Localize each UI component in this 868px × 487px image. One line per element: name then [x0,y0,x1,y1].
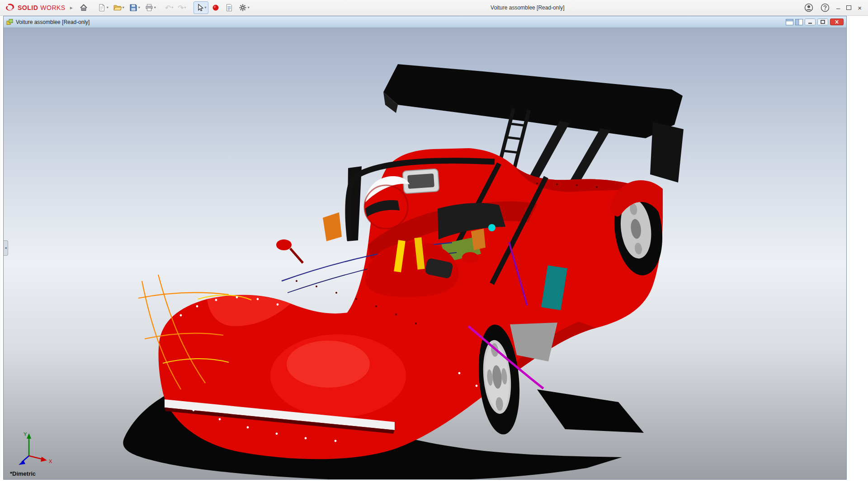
rebuild-button[interactable] [209,1,222,14]
redo-button[interactable]: ↷▾ [176,1,188,14]
left-mirror [276,239,303,263]
gear-icon [238,3,247,12]
home-icon [79,3,88,12]
minimize-icon[interactable]: – [836,5,840,11]
solidworks-logo: SOLIDWORKS [5,3,66,12]
file-properties-button[interactable] [223,1,236,14]
dropdown-caret-icon: ▾ [184,6,186,9]
undo-button[interactable]: ↶▾ [163,1,175,14]
orientation-label: *Dimetric [10,470,36,477]
quick-access-toolbar: ▾ ▾ ▾ ▾ ↶▾ ↷▾ [77,1,251,14]
dropdown-caret-icon[interactable]: ▾ [248,6,250,9]
car-render [4,28,846,479]
menu-expand-arrow-icon[interactable]: ▸ [70,5,73,11]
options-button[interactable]: ▾ [236,1,251,14]
document-restore-icon[interactable] [817,19,828,25]
file-properties-icon [225,3,234,12]
dropdown-caret-icon[interactable]: ▾ [107,6,108,9]
document-window: Voiture assomblee [Read-only] [3,16,847,480]
open-folder-icon [113,3,122,12]
app-window-controls: – × [804,3,863,13]
dropdown-caret-icon[interactable]: ▾ [138,6,140,9]
document-window-controls [786,19,844,25]
brand-wordmark-bold: SOLID [18,4,38,11]
select-cursor-icon [195,3,204,12]
new-document-button[interactable]: ▾ [95,1,110,14]
close-icon[interactable]: × [858,5,862,11]
help-icon[interactable] [820,3,830,13]
rebuild-icon [211,3,220,12]
new-document-icon [97,3,106,12]
open-button[interactable]: ▾ [111,1,126,14]
redo-icon: ↷ [178,4,184,12]
document-titlebar[interactable]: Voiture assomblee [Read-only] [4,16,846,28]
print-button[interactable]: ▾ [143,1,158,14]
print-icon [145,3,154,12]
maximize-icon[interactable] [846,5,851,10]
triad-y-label: Y [24,431,27,437]
featuremanager-collapse-tab[interactable]: ◂ [4,240,8,256]
window-tile-a-icon[interactable] [786,19,793,25]
select-tool-button[interactable]: ▾ [193,1,208,14]
save-icon [129,3,138,12]
document-minimize-icon[interactable] [805,19,816,25]
assembly-document-icon [6,19,13,25]
graphics-viewport[interactable]: Y X *Dimetric ◂ [4,28,846,479]
intake-vent [402,169,439,193]
account-icon[interactable] [804,3,814,13]
triad-x-label: X [49,459,52,464]
dropdown-caret-icon[interactable]: ▾ [123,6,124,9]
undo-icon: ↶ [165,4,171,12]
window-tile-b-icon[interactable] [795,19,803,25]
home-button[interactable] [77,1,90,14]
chevron-left-icon: ◂ [5,246,6,250]
brand-wordmark-light: WORKS [40,4,65,11]
save-button[interactable]: ▾ [127,1,142,14]
document-close-icon[interactable] [830,19,844,25]
right-mirror [462,252,478,263]
app-titlebar: SOLIDWORKS ▸ ▾ ▾ [0,0,868,16]
document-title: Voiture assomblee [Read-only] [16,19,783,25]
dropdown-caret-icon[interactable]: ▾ [205,6,207,9]
dassault-systemes-logo-icon [5,3,15,12]
app-window-title: Voiture assomblee [Read-only] [251,5,804,11]
dropdown-caret-icon: ▾ [171,6,173,9]
reference-triad: Y X [11,430,54,468]
dropdown-caret-icon[interactable]: ▾ [154,6,156,9]
